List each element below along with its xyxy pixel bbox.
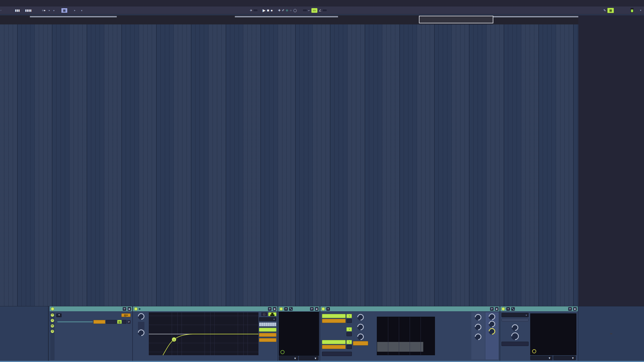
key-root-field[interactable] <box>69 9 73 11</box>
device-ozone[interactable]: ▼ 🔧 ⟳ ▣ ▼ ▼ <box>278 306 320 361</box>
mid-activator-button[interactable]: ◔ <box>346 327 352 331</box>
hot-swap-icon[interactable]: ⟳ <box>490 307 494 311</box>
midi-map-button[interactable] <box>620 9 624 11</box>
audition-headphone-icon[interactable]: 🎧 <box>261 312 267 316</box>
loop-start-field[interactable] <box>303 9 307 11</box>
unfold-icon[interactable]: ▶ <box>139 307 141 310</box>
mid-solo-button[interactable] <box>346 332 352 336</box>
key-map-button[interactable] <box>615 9 619 11</box>
hot-swap-icon[interactable]: ⟳ <box>310 307 314 311</box>
mode-dropdown[interactable]: ▼ <box>259 317 276 321</box>
output-low-knob[interactable] <box>473 332 483 341</box>
sidechain-input-dropdown[interactable]: ▼ <box>501 313 529 317</box>
chain-hot-swap-icon[interactable]: ⟳ <box>127 320 131 324</box>
arrangement-area[interactable] <box>0 24 578 306</box>
rack-macro-icon[interactable]: ⟳ <box>51 313 54 317</box>
device-drop-area[interactable] <box>578 306 644 361</box>
plugin-param-dropdown-2[interactable]: ▼ <box>299 356 318 360</box>
record-button[interactable]: ● <box>270 8 273 12</box>
overview-viewport[interactable] <box>419 16 493 23</box>
capture-midi-icon[interactable]: ⁘ <box>290 9 292 12</box>
device-activator[interactable] <box>279 307 283 311</box>
freq-knob[interactable] <box>137 312 146 321</box>
loop-button[interactable]: ▭ <box>311 8 317 13</box>
output-mid-knob[interactable] <box>473 322 483 332</box>
input-low-knob[interactable] <box>356 332 365 341</box>
adapt-q-toggle[interactable] <box>259 328 276 332</box>
scale-keyboard-icon[interactable]: ▦ <box>61 8 68 13</box>
low-activator-button[interactable]: ◔ <box>346 340 352 344</box>
device-multiband-dynamics[interactable]: ▼ ⟳ ▣ ◔ ◔ <box>320 306 500 361</box>
eq-curve-display[interactable]: 1 <box>149 312 258 355</box>
unfold-icon[interactable]: ▼ <box>506 307 510 311</box>
chain-pan-field[interactable] <box>106 320 117 324</box>
follow-icon[interactable]: ✈ <box>250 9 252 12</box>
chain-gain-field[interactable] <box>93 320 105 324</box>
play-button[interactable]: ▶ <box>263 8 266 12</box>
rack-devices-icon[interactable]: ☰ <box>51 330 54 333</box>
gain-slider[interactable] <box>138 322 144 330</box>
collapse-left-icon[interactable]: ‹ <box>1 9 1 12</box>
device-nu-compressor[interactable]: ▼ 🔧 ⟳ ▣ ▼ ▼ <box>500 306 578 361</box>
chain-list-button[interactable]: ▤≡ <box>121 313 131 317</box>
hot-swap-icon[interactable]: ⟳ <box>568 307 572 311</box>
arrangement-overview[interactable] <box>0 15 578 25</box>
re-enable-automation-icon[interactable]: ⊕ <box>286 9 288 12</box>
save-preset-icon[interactable]: ▣ <box>315 307 318 311</box>
chain-solo-button[interactable] <box>122 320 127 324</box>
nudge-up-icon[interactable]: ▮▮▮▮ <box>23 8 33 13</box>
input-mid-knob[interactable] <box>356 322 365 332</box>
device-activator[interactable] <box>51 307 54 311</box>
amount-knob[interactable] <box>487 327 497 336</box>
scale-name-menu[interactable]: ▾ <box>77 8 84 13</box>
draw-mode-icon[interactable]: ✎ <box>604 9 606 12</box>
dynamics-display[interactable] <box>377 317 435 355</box>
high-freq-field[interactable] <box>322 319 346 323</box>
save-preset-icon[interactable]: ▣ <box>273 307 276 311</box>
plugin-config-ring[interactable] <box>532 349 536 353</box>
scale-field[interactable] <box>259 333 276 337</box>
rack-drop-area[interactable] <box>57 325 131 360</box>
punch-in-icon[interactable]: ⌐ <box>308 9 310 12</box>
sc-mix-knob[interactable] <box>510 331 520 342</box>
device-activator[interactable] <box>501 307 505 311</box>
tap-button[interactable] <box>3 9 7 11</box>
cpu-menu-icon[interactable]: ▾ <box>640 9 641 12</box>
plugin-param-dropdown-2[interactable]: ▼ <box>553 356 576 360</box>
low-freq-field[interactable] <box>322 345 346 349</box>
arrangement-position-field[interactable] <box>254 9 257 11</box>
rack-chain-icon[interactable]: ▤ <box>51 324 54 328</box>
plugin-param-dropdown-1[interactable]: ▼ <box>279 356 298 360</box>
spectrum-analyzer-icon[interactable]: ▟▙ <box>268 312 276 316</box>
output-gain-field[interactable] <box>259 338 276 342</box>
global-output-knob[interactable] <box>487 312 497 321</box>
output-high-knob[interactable] <box>473 313 483 322</box>
high-band-button[interactable] <box>322 314 346 318</box>
tempo-field[interactable] <box>8 9 12 11</box>
save-preset-icon[interactable]: ▣ <box>128 307 131 311</box>
high-solo-button[interactable] <box>346 319 352 323</box>
device-activator[interactable] <box>321 307 325 311</box>
sc-gain-knob[interactable] <box>510 323 520 332</box>
session-record-icon[interactable]: ◯ <box>293 9 297 12</box>
unfold-icon[interactable]: ▼ <box>326 307 330 311</box>
chain-activate-button[interactable]: ▥ <box>117 320 122 324</box>
metronome-menu-icon[interactable]: ▸ <box>49 9 50 12</box>
time-knob[interactable] <box>487 319 497 329</box>
input-high-knob[interactable] <box>356 313 365 322</box>
punch-out-icon[interactable]: ∠ <box>319 9 321 12</box>
save-preset-icon[interactable]: ▣ <box>573 307 577 311</box>
computer-midi-keyboard-icon[interactable]: ▦ <box>607 8 614 13</box>
nudge-down-icon[interactable]: ▮▮▮ <box>13 8 22 13</box>
rack-chain-row[interactable]: ▥ ⟳ <box>57 319 131 324</box>
quantize-menu[interactable]: ▾ <box>51 8 56 13</box>
device-audio-effect-rack[interactable]: ⟳ ▣ ⟳ ◎ ▤ ☰ ➜ ▤≡ ▥ ⟳ <box>50 306 133 361</box>
unfold-icon[interactable]: ▼ <box>284 307 288 311</box>
stop-button[interactable]: ■ <box>267 8 269 12</box>
soft-knee-button[interactable] <box>322 352 352 356</box>
overdub-icon[interactable]: ✚ <box>278 9 280 12</box>
device-activator[interactable] <box>134 307 138 311</box>
time-signature-field[interactable] <box>35 9 39 11</box>
plugin-param-dropdown-1[interactable]: ▼ <box>530 356 553 360</box>
automation-arm-icon[interactable]: ✐ <box>282 9 284 12</box>
